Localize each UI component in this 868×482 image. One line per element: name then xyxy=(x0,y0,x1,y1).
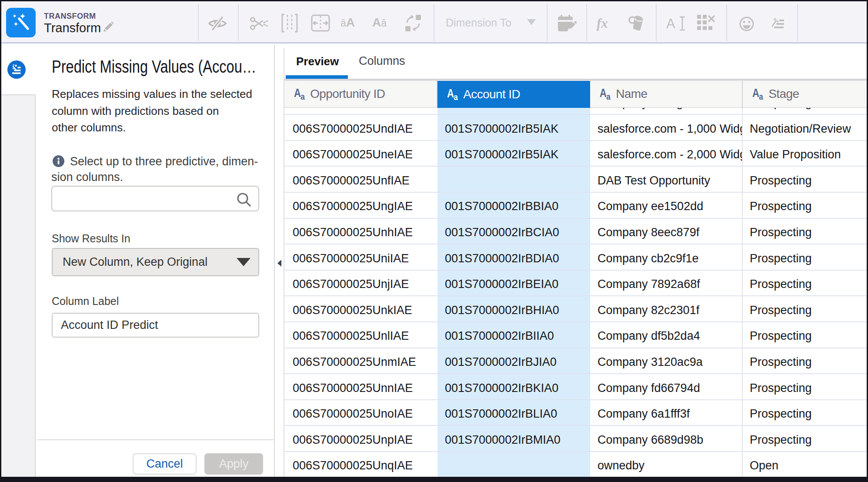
svg-text:A: A xyxy=(666,16,675,31)
